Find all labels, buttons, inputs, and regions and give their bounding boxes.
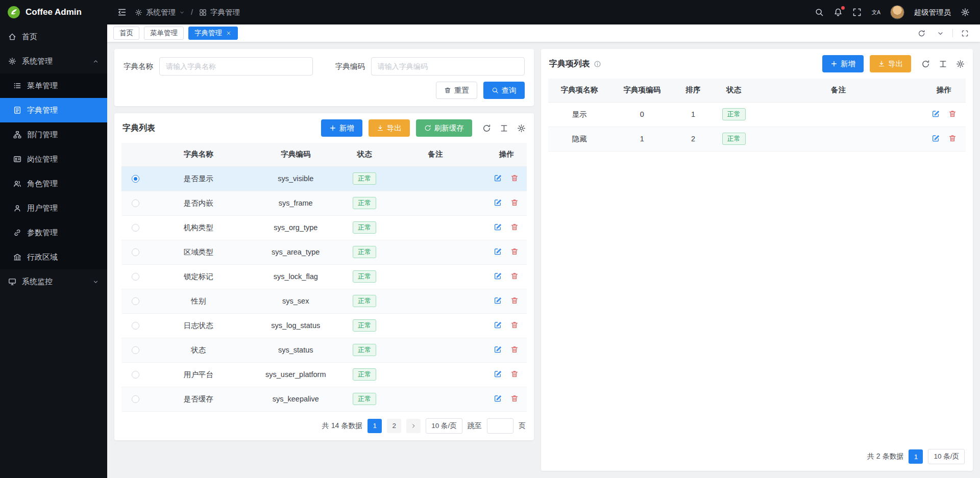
delete-icon[interactable] bbox=[948, 110, 957, 118]
table-row[interactable]: 锁定标记 sys_lock_flag 正常 bbox=[121, 264, 527, 289]
table-row[interactable]: 是否缓存 sys_keepalive 正常 bbox=[121, 387, 527, 411]
edit-icon[interactable] bbox=[494, 272, 502, 280]
search-icon[interactable] bbox=[815, 8, 824, 17]
row-radio[interactable] bbox=[132, 346, 139, 354]
tab-menu-mgmt[interactable]: 菜单管理 bbox=[144, 27, 184, 40]
edit-icon[interactable] bbox=[494, 174, 502, 182]
sidebar-item-user-mgmt[interactable]: 用户管理 bbox=[0, 196, 107, 220]
row-radio[interactable] bbox=[132, 322, 139, 330]
row-radio[interactable] bbox=[132, 395, 139, 403]
sidebar-item-region-mgmt[interactable]: 行政区域 bbox=[0, 245, 107, 269]
page-size-select[interactable]: 10 条/页 bbox=[426, 418, 462, 434]
translate-icon[interactable] bbox=[871, 8, 880, 17]
sidebar-item-post-mgmt[interactable]: 岗位管理 bbox=[0, 147, 107, 171]
reset-button[interactable]: 重置 bbox=[436, 82, 477, 99]
delete-icon[interactable] bbox=[510, 345, 519, 354]
edit-icon[interactable] bbox=[932, 110, 940, 118]
tab-home[interactable]: 首页 bbox=[113, 27, 139, 40]
page-2-button[interactable]: 2 bbox=[387, 419, 401, 433]
delete-icon[interactable] bbox=[510, 247, 519, 256]
sidebar-item-menu-mgmt[interactable]: 菜单管理 bbox=[0, 73, 107, 98]
chevron-down-icon[interactable] bbox=[932, 30, 949, 37]
edit-icon[interactable] bbox=[494, 223, 502, 231]
delete-icon[interactable] bbox=[510, 223, 519, 231]
sidebar-item-dept-mgmt[interactable]: 部门管理 bbox=[0, 122, 107, 147]
export-items-button[interactable]: 导出 bbox=[870, 55, 911, 72]
sidebar-item-home[interactable]: 首页 bbox=[0, 24, 107, 49]
table-row[interactable]: 日志状态 sys_log_status 正常 bbox=[121, 313, 527, 338]
settings-gear-icon[interactable] bbox=[961, 8, 970, 17]
query-button[interactable]: 查询 bbox=[483, 82, 525, 99]
table-row[interactable]: 状态 sys_status 正常 bbox=[121, 338, 527, 362]
edit-icon[interactable] bbox=[494, 296, 502, 305]
row-radio[interactable] bbox=[132, 371, 139, 379]
sidebar-group-system[interactable]: 系统管理 bbox=[0, 49, 107, 73]
refresh-icon[interactable] bbox=[913, 30, 930, 37]
dict-name-input[interactable] bbox=[159, 57, 313, 76]
username[interactable]: 超级管理员 bbox=[914, 8, 951, 17]
table-row[interactable]: 显示 0 1 正常 bbox=[548, 102, 966, 127]
expand-icon[interactable] bbox=[956, 30, 974, 37]
row-radio[interactable] bbox=[132, 175, 139, 183]
tab-dict-mgmt[interactable]: 字典管理 bbox=[188, 27, 238, 40]
gear-icon[interactable] bbox=[956, 60, 965, 68]
delete-icon[interactable] bbox=[510, 394, 519, 402]
page-1-button[interactable]: 1 bbox=[368, 419, 382, 433]
sidebar-group-monitor[interactable]: 系统监控 bbox=[0, 269, 107, 294]
column-settings-icon[interactable] bbox=[500, 124, 508, 133]
row-radio[interactable] bbox=[132, 199, 139, 207]
delete-icon[interactable] bbox=[510, 321, 519, 329]
table-row[interactable]: 用户平台 sys_user_platform 正常 bbox=[121, 362, 527, 387]
row-radio[interactable] bbox=[132, 248, 139, 256]
dict-code-input[interactable] bbox=[371, 57, 525, 76]
page-size-select[interactable]: 10 条/页 bbox=[928, 449, 965, 464]
delete-icon[interactable] bbox=[510, 198, 519, 207]
sidebar-item-param-mgmt[interactable]: 参数管理 bbox=[0, 220, 107, 245]
sidebar-item-role-mgmt[interactable]: 角色管理 bbox=[0, 171, 107, 196]
refresh-icon[interactable] bbox=[921, 60, 930, 68]
add-item-button[interactable]: 新增 bbox=[822, 55, 864, 72]
delete-icon[interactable] bbox=[510, 174, 519, 182]
row-radio[interactable] bbox=[132, 273, 139, 281]
page-1-button[interactable]: 1 bbox=[909, 449, 923, 464]
edit-icon[interactable] bbox=[932, 134, 940, 142]
jump-page-input[interactable] bbox=[487, 418, 513, 434]
refresh-cache-button[interactable]: 刷新缓存 bbox=[416, 119, 472, 137]
edit-icon[interactable] bbox=[494, 321, 502, 329]
table-row[interactable]: 隐藏 1 2 正常 bbox=[548, 127, 966, 151]
next-page-button[interactable] bbox=[406, 419, 421, 433]
table-row[interactable]: 机构类型 sys_org_type 正常 bbox=[121, 215, 527, 240]
edit-icon[interactable] bbox=[494, 394, 502, 402]
row-radio[interactable] bbox=[132, 224, 139, 232]
delete-icon[interactable] bbox=[510, 370, 519, 378]
edit-icon[interactable] bbox=[494, 345, 502, 354]
edit-icon[interactable] bbox=[494, 198, 502, 207]
table-row[interactable]: 是否内嵌 sys_frame 正常 bbox=[121, 191, 527, 215]
monitor-icon bbox=[8, 278, 16, 286]
dict-name-cell: 用户平台 bbox=[150, 362, 247, 387]
breadcrumb-level1[interactable]: 系统管理 bbox=[146, 8, 176, 17]
delete-icon[interactable] bbox=[948, 134, 957, 142]
fullscreen-icon[interactable] bbox=[852, 8, 862, 17]
row-radio[interactable] bbox=[132, 297, 139, 305]
info-icon[interactable] bbox=[594, 60, 601, 68]
delete-icon[interactable] bbox=[510, 272, 519, 280]
notification-bell-icon[interactable] bbox=[834, 8, 843, 17]
add-button[interactable]: 新增 bbox=[321, 119, 362, 137]
menu-fold-icon[interactable] bbox=[117, 8, 127, 17]
dict-code-cell: sys_log_status bbox=[247, 313, 344, 338]
sidebar-item-dict-mgmt[interactable]: 字典管理 bbox=[0, 98, 107, 122]
export-button[interactable]: 导出 bbox=[369, 119, 410, 137]
edit-icon[interactable] bbox=[494, 247, 502, 256]
refresh-icon[interactable] bbox=[482, 124, 491, 133]
table-row[interactable]: 是否显示 sys_visible 正常 bbox=[121, 166, 527, 191]
table-row[interactable]: 区域类型 sys_area_type 正常 bbox=[121, 240, 527, 264]
gear-icon[interactable] bbox=[517, 124, 526, 133]
delete-icon[interactable] bbox=[510, 296, 519, 305]
edit-icon[interactable] bbox=[494, 370, 502, 378]
app-logo[interactable]: Coffee Admin bbox=[0, 0, 107, 24]
table-row[interactable]: 性别 sys_sex 正常 bbox=[121, 289, 527, 313]
close-icon[interactable] bbox=[226, 30, 232, 36]
column-settings-icon[interactable] bbox=[939, 60, 947, 68]
avatar[interactable] bbox=[890, 5, 904, 19]
